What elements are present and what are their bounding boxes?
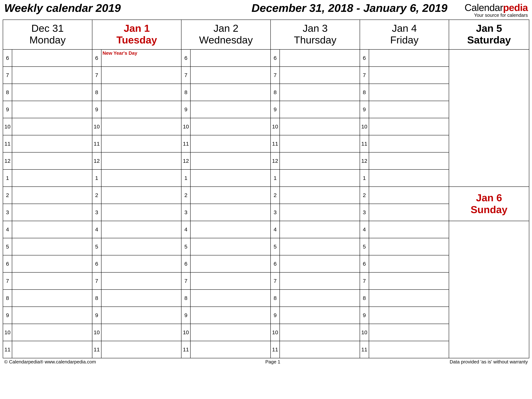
hour-label: 11 — [3, 135, 12, 152]
time-slot — [12, 204, 92, 221]
time-slot — [190, 170, 271, 187]
time-slot — [12, 324, 92, 341]
brand-tagline: Your source for calendars — [465, 13, 528, 18]
time-slot — [369, 170, 449, 187]
hour-label: 9 — [181, 101, 190, 118]
time-slot — [280, 204, 360, 221]
hour-label: 12 — [271, 152, 280, 170]
hour-label: 10 — [92, 324, 101, 341]
hour-label: 3 — [3, 204, 12, 221]
hour-label: 6 — [360, 49, 369, 67]
hour-label: 9 — [271, 101, 280, 118]
time-slot — [101, 67, 182, 84]
time-slot — [12, 49, 92, 67]
hour-label: 8 — [360, 289, 369, 307]
hour-label: 8 — [271, 289, 280, 307]
time-slot — [369, 341, 449, 358]
time-slot — [101, 204, 182, 221]
hour-label: 3 — [271, 204, 280, 221]
time-slot — [280, 67, 360, 84]
hour-label: 11 — [92, 135, 101, 152]
time-slot — [369, 272, 449, 289]
hour-label: 6 — [181, 255, 190, 272]
hour-label: 8 — [3, 289, 12, 307]
hour-label: 11 — [181, 341, 190, 358]
hour-label: 2 — [92, 187, 101, 204]
day-header-saturday: Jan 5Saturday — [449, 20, 529, 49]
hour-label: 5 — [360, 238, 369, 255]
brand-part1: Calendar — [465, 2, 503, 13]
hour-label: 10 — [181, 118, 190, 135]
time-slot — [101, 187, 182, 204]
hour-label: 8 — [181, 84, 190, 101]
hour-label: 10 — [360, 118, 369, 135]
time-slot — [190, 272, 271, 289]
day-header-dow: Friday — [360, 34, 449, 46]
time-slot — [190, 238, 271, 255]
time-slot — [190, 187, 271, 204]
hour-label: 8 — [3, 84, 12, 101]
day-header-date: Jan 4 — [360, 22, 449, 34]
time-slot — [101, 170, 182, 187]
footer: © Calendarpedia® www.calendarpedia.com P… — [3, 358, 529, 368]
time-slot — [369, 67, 449, 84]
header: Weekly calendar 2019 December 31, 2018 -… — [3, 2, 529, 20]
day-header-dow: Sunday — [449, 204, 529, 216]
hour-label: 8 — [271, 84, 280, 101]
time-slot — [280, 101, 360, 118]
time-slot — [280, 49, 360, 67]
hour-label: 7 — [271, 67, 280, 84]
day-header-dow: Monday — [3, 34, 92, 46]
time-slot — [369, 84, 449, 101]
hour-label: 7 — [92, 67, 101, 84]
brand-block: Calendarpedia Your source for calendars — [465, 2, 528, 18]
hour-row: 66New Year's Day666 — [3, 49, 529, 67]
hour-label: 2 — [271, 187, 280, 204]
time-slot — [369, 255, 449, 272]
hour-label: 5 — [181, 238, 190, 255]
hour-label: 7 — [360, 67, 369, 84]
time-slot — [280, 307, 360, 324]
hour-label: 6 — [92, 255, 101, 272]
hour-label: 9 — [271, 307, 280, 324]
time-slot — [190, 49, 271, 67]
day-header-wednesday: Jan 2Wednesday — [181, 20, 271, 49]
hour-label: 7 — [360, 272, 369, 289]
time-slot — [12, 152, 92, 170]
time-slot — [12, 84, 92, 101]
sunday-block — [449, 221, 529, 358]
hour-label: 11 — [3, 341, 12, 358]
hour-label: 11 — [271, 135, 280, 152]
time-slot — [369, 152, 449, 170]
hour-label: 6 — [271, 49, 280, 67]
day-header-date: Jan 3 — [271, 22, 360, 34]
time-slot — [369, 289, 449, 307]
hour-label: 11 — [360, 341, 369, 358]
time-slot — [280, 341, 360, 358]
hour-label: 9 — [92, 307, 101, 324]
hour-label: 4 — [3, 221, 12, 238]
time-slot — [190, 101, 271, 118]
time-slot — [280, 118, 360, 135]
time-slot — [12, 341, 92, 358]
hour-label: 8 — [92, 289, 101, 307]
day-header-date: Jan 6 — [449, 192, 529, 204]
day-header-thursday: Jan 3Thursday — [271, 20, 360, 49]
weekly-calendar-page: Weekly calendar 2019 December 31, 2018 -… — [0, 0, 532, 368]
time-slot — [101, 272, 182, 289]
time-slot — [369, 187, 449, 204]
time-slot — [12, 101, 92, 118]
time-slot — [101, 135, 182, 152]
hour-label: 1 — [360, 170, 369, 187]
time-slot — [101, 84, 182, 101]
time-slot — [280, 289, 360, 307]
hour-row: 22222Jan 6Sunday — [3, 187, 529, 204]
hour-label: 2 — [181, 187, 190, 204]
hour-label: 3 — [92, 204, 101, 221]
footer-center: Page 1 — [96, 359, 450, 365]
brand-logo: Calendarpedia — [465, 2, 528, 13]
time-slot — [280, 272, 360, 289]
hour-label: 9 — [92, 101, 101, 118]
hour-label: 8 — [360, 84, 369, 101]
hour-label: 8 — [181, 289, 190, 307]
